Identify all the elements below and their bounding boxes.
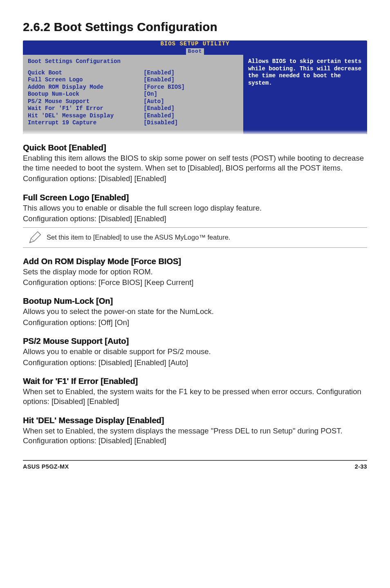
option-section: Hit 'DEL' Message Display [Enabled] When… bbox=[23, 416, 367, 446]
note-text: Set this item to [Enabled] to use the AS… bbox=[47, 233, 230, 242]
option-heading: Bootup Num-Lock [On] bbox=[23, 296, 367, 306]
option-body: When set to Enabled, the system displays… bbox=[23, 426, 367, 446]
document-page: 2.6.2 Boot Settings Configuration BIOS S… bbox=[0, 0, 390, 482]
footer-product: ASUS P5GZ-MX bbox=[23, 463, 69, 470]
option-config: Configuration options: [Disabled] [Enabl… bbox=[23, 214, 367, 224]
bios-row-value: [Auto] bbox=[143, 98, 238, 105]
bios-row-label: PS/2 Mouse Support bbox=[28, 98, 143, 105]
note-box: Set this item to [Enabled] to use the AS… bbox=[23, 227, 367, 248]
bios-row-value: [On] bbox=[143, 91, 238, 98]
bios-tab-boot: Boot bbox=[186, 48, 204, 55]
bios-row: PS/2 Mouse Support[Auto] bbox=[28, 98, 238, 105]
bios-help-text: Allows BIOS to skip certain tests while … bbox=[248, 58, 362, 87]
option-config: Configuration options: [Disabled] [Enabl… bbox=[23, 174, 367, 184]
bios-row: Interrupt 19 Capture[Disabled] bbox=[28, 119, 238, 127]
bios-row: Hit 'DEL' Message Display[Enabled] bbox=[28, 112, 238, 120]
bios-row-value: [Enabled] bbox=[143, 76, 238, 84]
option-body: This allows you to enable or disable the… bbox=[23, 203, 367, 213]
bios-row-label: Interrupt 19 Capture bbox=[28, 119, 143, 127]
bios-row-value: [Force BIOS] bbox=[143, 84, 238, 91]
bios-row: Bootup Num-Lock[On] bbox=[28, 91, 238, 98]
bios-titlebar: BIOS SETUP UTILITY Boot bbox=[23, 40, 367, 55]
bios-left-pane: Boot Settings Configuration Quick Boot[E… bbox=[23, 55, 243, 134]
page-footer: ASUS P5GZ-MX 2-33 bbox=[23, 460, 367, 470]
option-body: When set to Enabled, the system waits fo… bbox=[23, 387, 367, 407]
bios-body: Boot Settings Configuration Quick Boot[E… bbox=[23, 55, 367, 134]
option-section: PS/2 Mouse Support [Auto] Allows you to … bbox=[23, 337, 367, 368]
bios-row-value: [Enabled] bbox=[143, 70, 238, 77]
bios-help-pane: Allows BIOS to skip certain tests while … bbox=[243, 55, 367, 134]
option-section: Wait for 'F1' If Error [Enabled] When se… bbox=[23, 377, 367, 407]
option-config: Configuration options: [Disabled] [Enabl… bbox=[23, 358, 367, 368]
option-heading: Full Screen Logo [Enabled] bbox=[23, 193, 367, 202]
bios-row: AddOn ROM Display Mode[Force BIOS] bbox=[28, 84, 238, 91]
bios-row-label: Full Screen Logo bbox=[28, 76, 143, 84]
option-body: Enabling this item allows the BIOS to sk… bbox=[23, 153, 367, 173]
option-heading: Hit 'DEL' Message Display [Enabled] bbox=[23, 416, 367, 425]
bios-row: Wait For 'F1' If Error[Enabled] bbox=[28, 105, 238, 112]
option-config: Configuration options: [Off] [On] bbox=[23, 318, 367, 328]
pencil-icon bbox=[23, 230, 47, 245]
option-heading: Wait for 'F1' If Error [Enabled] bbox=[23, 377, 367, 386]
bios-window: BIOS SETUP UTILITY Boot Boot Settings Co… bbox=[23, 40, 367, 134]
bios-title-text: BIOS SETUP UTILITY bbox=[23, 40, 367, 48]
bios-row-value: [Enabled] bbox=[143, 112, 238, 120]
option-config: Configuration options: [Force BIOS] [Kee… bbox=[23, 278, 367, 287]
option-section: Quick Boot [Enabled] Enabling this item … bbox=[23, 143, 367, 184]
option-heading: PS/2 Mouse Support [Auto] bbox=[23, 337, 367, 346]
footer-page-number: 2-33 bbox=[355, 463, 367, 470]
bios-row-label: Hit 'DEL' Message Display bbox=[28, 112, 143, 120]
option-section: Bootup Num-Lock [On] Allows you to selec… bbox=[23, 296, 367, 328]
bios-row-label: Bootup Num-Lock bbox=[28, 91, 143, 98]
option-heading: Quick Boot [Enabled] bbox=[23, 143, 367, 153]
option-body: Allows you to select the power-on state … bbox=[23, 307, 367, 316]
bios-row-label: Wait For 'F1' If Error bbox=[28, 105, 143, 112]
option-body: Sets the display mode for option ROM. bbox=[23, 267, 367, 277]
bios-left-heading: Boot Settings Configuration bbox=[28, 58, 238, 65]
bios-row-label: Quick Boot bbox=[28, 70, 143, 77]
option-heading: Add On ROM Display Mode [Force BIOS] bbox=[23, 257, 367, 266]
option-section: Full Screen Logo [Enabled] This allows y… bbox=[23, 193, 367, 248]
option-section: Add On ROM Display Mode [Force BIOS] Set… bbox=[23, 257, 367, 288]
bios-row-label: AddOn ROM Display Mode bbox=[28, 84, 143, 91]
page-title: 2.6.2 Boot Settings Configuration bbox=[23, 20, 367, 34]
option-body: Allows you to enable or disable support … bbox=[23, 347, 367, 357]
bios-row-value: [Enabled] bbox=[143, 105, 238, 112]
bios-rows: Quick Boot[Enabled] Full Screen Logo[Ena… bbox=[28, 70, 238, 127]
bios-row: Full Screen Logo[Enabled] bbox=[28, 76, 238, 84]
bios-row: Quick Boot[Enabled] bbox=[28, 70, 238, 77]
bios-row-value: [Disabled] bbox=[143, 119, 238, 127]
